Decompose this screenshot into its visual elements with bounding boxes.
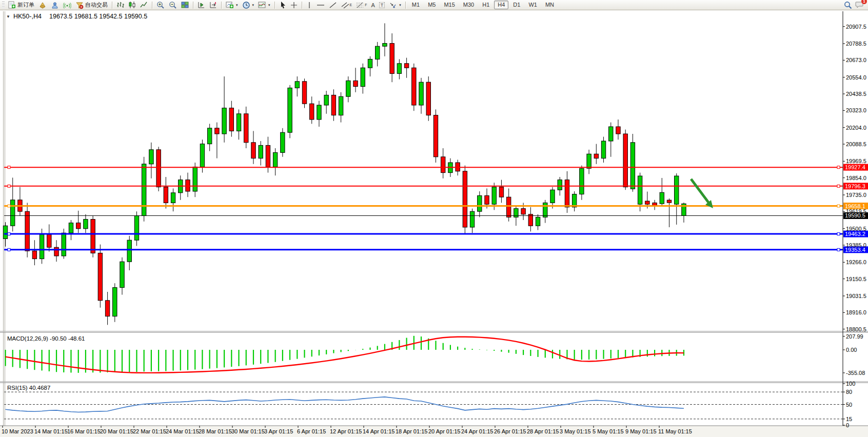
vertical-line-icon (306, 2, 312, 9)
svg-text:19735.0: 19735.0 (846, 192, 866, 198)
metaeditor-button[interactable] (36, 0, 49, 10)
svg-text:24 Apr 01:15: 24 Apr 01:15 (461, 428, 493, 434)
timeframe-m30[interactable]: M30 (460, 1, 478, 9)
timeframe-h4[interactable]: H4 (494, 1, 508, 9)
trendline-tool-button[interactable] (327, 0, 339, 10)
channel-sub-label: E (350, 3, 352, 7)
new-chart-button[interactable]: ▾ (224, 0, 240, 10)
svg-text:19385.0: 19385.0 (846, 242, 866, 248)
fibonacci-icon (356, 2, 364, 9)
line-chart-icon (140, 1, 148, 9)
text-tool-icon: A (371, 2, 375, 8)
svg-text:207.99: 207.99 (846, 333, 863, 340)
toolbar-grip[interactable] (2, 2, 5, 9)
svg-text:19031.5: 19031.5 (846, 293, 866, 299)
arrows-tool-button[interactable]: ▾ (387, 0, 403, 10)
horizontal-line-tool-button[interactable] (314, 0, 327, 10)
chevron-down-icon: ▾ (268, 3, 270, 7)
svg-text:10 Mar 2023: 10 Mar 2023 (2, 428, 33, 434)
text-label-icon: T (379, 2, 385, 8)
svg-text:30 Mar 01:15: 30 Mar 01:15 (231, 428, 265, 434)
vertical-line-tool-button[interactable] (304, 0, 314, 10)
chart-canvas[interactable]: 19927.419796.319658.119590.519463.219353… (0, 10, 868, 437)
timeframe-w1[interactable]: W1 (525, 1, 541, 9)
timeframe-m15[interactable]: M15 (440, 1, 458, 9)
svg-text:14 Apr 01:15: 14 Apr 01:15 (363, 428, 394, 434)
search-icon[interactable] (844, 1, 852, 9)
timeframe-h1[interactable]: H1 (479, 1, 493, 9)
svg-text:20323.0: 20323.0 (846, 107, 866, 113)
text-label-tool-button[interactable]: T (377, 0, 387, 10)
svg-text:19619.5: 19619.5 (846, 208, 866, 214)
svg-text:19927.4: 19927.4 (845, 164, 865, 170)
zoom-out-button[interactable] (167, 0, 179, 10)
svg-text:9 May 01:15: 9 May 01:15 (625, 428, 657, 434)
svg-text:22 Mar 01:15: 22 Mar 01:15 (133, 428, 166, 434)
text-tool-button[interactable]: A (369, 0, 377, 10)
indicators-button[interactable]: ▾ (256, 0, 272, 10)
publish-button[interactable] (49, 0, 61, 10)
timeframe-d1[interactable]: D1 (509, 1, 524, 9)
bar-chart-icon (116, 1, 124, 9)
svg-text:20204.0: 20204.0 (846, 125, 866, 131)
metaeditor-icon (38, 1, 47, 9)
svg-text:18 Apr 01:15: 18 Apr 01:15 (396, 428, 427, 434)
trendline-icon (329, 2, 337, 9)
auto-scroll-button[interactable] (195, 0, 207, 10)
chart-title: HK50-,H4 (13, 13, 42, 20)
chevron-down-icon: ▾ (236, 3, 238, 7)
svg-text:20 Apr 01:15: 20 Apr 01:15 (428, 428, 460, 434)
autotrade-button[interactable]: 自动交易 (73, 0, 110, 10)
chart-shift-button[interactable] (207, 0, 219, 10)
chevron-down-icon: ▾ (252, 3, 254, 7)
bar-chart-mode-button[interactable] (114, 0, 126, 10)
publisher-icon (51, 1, 59, 9)
toolbar-separator (221, 2, 222, 9)
crosshair-tool-button[interactable] (288, 0, 300, 10)
svg-text:12 Apr 01:15: 12 Apr 01:15 (330, 428, 362, 434)
svg-text:0: 0 (846, 422, 849, 428)
auto-scroll-icon (198, 1, 205, 9)
svg-text:20907.5: 20907.5 (846, 24, 866, 30)
indicators-icon (258, 1, 266, 9)
channel-icon (341, 2, 349, 9)
tile-windows-button[interactable] (179, 0, 191, 10)
svg-text:19150.5: 19150.5 (846, 276, 866, 282)
equidistant-channel-tool-button[interactable]: E (339, 0, 354, 10)
svg-text:100: 100 (846, 381, 855, 387)
chevron-down-icon: ▾ (399, 3, 401, 7)
line-chart-mode-button[interactable] (138, 0, 150, 10)
svg-text:19463.2: 19463.2 (845, 231, 865, 237)
cursor-tool-button[interactable] (277, 0, 288, 10)
svg-text:3 May 01:15: 3 May 01:15 (560, 428, 591, 434)
autotrade-icon (75, 1, 84, 9)
timeframe-mn[interactable]: MN (542, 1, 558, 9)
candle-chart-mode-button[interactable] (126, 0, 138, 10)
symbol-dropdown-icon[interactable]: ▼ (6, 14, 10, 19)
notification-badge: 1 (861, 0, 867, 4)
toolbar-separator (152, 2, 152, 9)
chart-shift-icon (209, 1, 217, 9)
zoom-in-button[interactable] (154, 0, 167, 10)
signals-button[interactable] (61, 0, 73, 10)
chart-window: 19927.419796.319658.119590.519463.219353… (0, 10, 868, 437)
fibonacci-tool-button[interactable]: F (354, 0, 369, 10)
timeframe-m5[interactable]: M5 (424, 1, 439, 9)
notifications-button[interactable]: 1 (855, 1, 864, 10)
periods-button[interactable]: ▾ (240, 0, 257, 10)
rsi-indicator-label: RSI(15) 40.4687 (7, 385, 50, 391)
new-order-icon (8, 1, 16, 9)
toolbar-separator (274, 2, 275, 9)
fibonacci-sub-label: F (365, 3, 367, 7)
svg-text:26 Apr 01:15: 26 Apr 01:15 (494, 428, 526, 434)
new-order-button[interactable]: 新订单 (6, 0, 36, 10)
tile-windows-icon (181, 1, 189, 9)
svg-text:18916.0: 18916.0 (846, 309, 866, 315)
timeframe-m1[interactable]: M1 (408, 1, 423, 9)
svg-text:18800.5: 18800.5 (846, 326, 866, 332)
svg-text:24 Mar 01:15: 24 Mar 01:15 (166, 428, 199, 434)
toolbar-separator (193, 2, 193, 9)
svg-text:20788.5: 20788.5 (846, 41, 866, 47)
autotrade-label: 自动交易 (85, 1, 108, 9)
zoom-in-icon (156, 1, 165, 9)
